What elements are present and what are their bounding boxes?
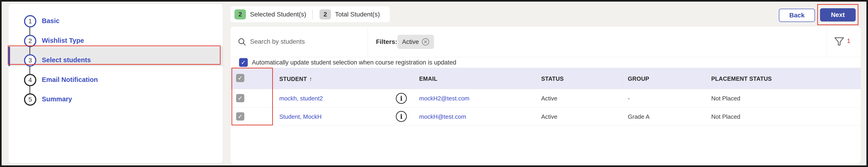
step-number: 1 bbox=[28, 18, 32, 25]
status-cell: Active bbox=[541, 95, 557, 102]
wizard-sidebar: 1 Basic 2 Wishlist Type 3 Select student… bbox=[8, 4, 223, 163]
next-button[interactable]: Next bbox=[820, 8, 856, 22]
filter-funnel-icon[interactable] bbox=[834, 37, 844, 46]
row-checkbox[interactable]: ✓ bbox=[236, 112, 244, 120]
badge-separator bbox=[312, 9, 313, 19]
step-number: 4 bbox=[28, 77, 32, 84]
step-number-circle: 5 bbox=[24, 93, 36, 106]
step-number-circle: 2 bbox=[24, 35, 36, 47]
column-header-student[interactable]: STUDENT↑ bbox=[279, 76, 312, 83]
step-label: Summary bbox=[42, 95, 72, 103]
status-cell: Active bbox=[541, 113, 557, 120]
row-checkbox[interactable]: ✓ bbox=[236, 94, 244, 102]
student-email-link[interactable]: mockH@test.com bbox=[419, 113, 466, 120]
info-glyph: i bbox=[400, 113, 402, 120]
selection-summary-bar: 2 Selected Student(s) 2 Total Student(s) bbox=[230, 6, 390, 22]
step-label: Email Notification bbox=[42, 76, 98, 84]
step-select-students[interactable]: 3 Select students bbox=[8, 54, 223, 68]
step-email-notification[interactable]: 4 Email Notification bbox=[8, 74, 223, 88]
column-label: EMAIL bbox=[419, 76, 437, 82]
checkmark-icon: ✓ bbox=[238, 75, 243, 82]
toolbar-bottom-divider bbox=[230, 57, 861, 57]
toolbar-divider bbox=[827, 27, 827, 57]
step-number: 3 bbox=[28, 57, 32, 64]
step-number-circle: 4 bbox=[24, 74, 36, 86]
search-input[interactable] bbox=[250, 36, 369, 48]
auto-update-checkbox[interactable]: ✓ bbox=[239, 58, 248, 67]
sort-asc-icon: ↑ bbox=[309, 76, 312, 82]
back-button[interactable]: Back bbox=[779, 9, 815, 22]
column-label: GROUP bbox=[628, 76, 649, 82]
step-basic[interactable]: 1 Basic bbox=[8, 15, 223, 29]
filter-chip-label: Active bbox=[402, 38, 419, 46]
checkmark-icon: ✓ bbox=[241, 59, 246, 66]
remove-filter-icon[interactable] bbox=[422, 38, 429, 46]
column-header-email[interactable]: EMAIL bbox=[419, 76, 437, 82]
filters-label: Filters: bbox=[376, 38, 397, 46]
checkmark-icon: ✓ bbox=[238, 95, 243, 102]
placement-status-cell: Not Placed bbox=[711, 95, 740, 102]
step-number: 2 bbox=[28, 37, 32, 45]
auto-update-label: Automatically update student selection w… bbox=[252, 59, 456, 66]
info-icon[interactable]: i bbox=[396, 93, 407, 104]
step-label: Select students bbox=[42, 56, 91, 64]
column-label: PLACEMENT STATUS bbox=[711, 76, 772, 82]
checkmark-icon: ✓ bbox=[238, 113, 243, 120]
column-label: STATUS bbox=[541, 76, 564, 82]
step-number-circle: 3 bbox=[24, 54, 36, 66]
info-glyph: i bbox=[400, 95, 402, 102]
column-label: STUDENT bbox=[279, 76, 307, 82]
placement-status-cell: Not Placed bbox=[711, 113, 740, 120]
info-icon[interactable]: i bbox=[396, 111, 407, 122]
column-header-placement-status[interactable]: PLACEMENT STATUS bbox=[711, 76, 772, 82]
step-label: Basic bbox=[42, 17, 59, 25]
group-cell: Grade A bbox=[628, 113, 650, 120]
table-row: ✓ Student, MockH i mockH@test.com Active… bbox=[230, 108, 861, 126]
toolbar-divider bbox=[368, 27, 368, 57]
table-row: ✓ mockh, student2 i mockH2@test.com Acti… bbox=[230, 89, 861, 108]
step-wishlist-type[interactable]: 2 Wishlist Type bbox=[8, 35, 223, 49]
student-email-link[interactable]: mockH2@test.com bbox=[419, 95, 469, 102]
filter-count-badge: 1 bbox=[847, 37, 850, 45]
filter-chip-active[interactable]: Active bbox=[397, 35, 434, 49]
selected-count-label: Selected Student(s) bbox=[250, 11, 306, 18]
step-label: Wishlist Type bbox=[42, 37, 84, 45]
step-number: 5 bbox=[28, 96, 32, 103]
student-name-link[interactable]: mockh, student2 bbox=[279, 95, 323, 102]
step-summary[interactable]: 5 Summary bbox=[8, 93, 223, 108]
student-name-link[interactable]: Student, MockH bbox=[279, 113, 321, 120]
select-all-checkbox[interactable]: ✓ bbox=[236, 74, 244, 82]
selected-count-badge: 2 bbox=[235, 9, 246, 20]
column-header-group[interactable]: GROUP bbox=[628, 76, 649, 82]
group-cell: - bbox=[628, 95, 630, 102]
students-panel: Filters: Active 1 ✓ Automatically update… bbox=[230, 27, 861, 164]
total-count-label: Total Student(s) bbox=[335, 11, 380, 18]
step-number-circle: 1 bbox=[24, 15, 36, 27]
column-header-status[interactable]: STATUS bbox=[541, 76, 564, 82]
search-icon bbox=[238, 37, 246, 46]
total-count-badge: 2 bbox=[319, 9, 331, 20]
